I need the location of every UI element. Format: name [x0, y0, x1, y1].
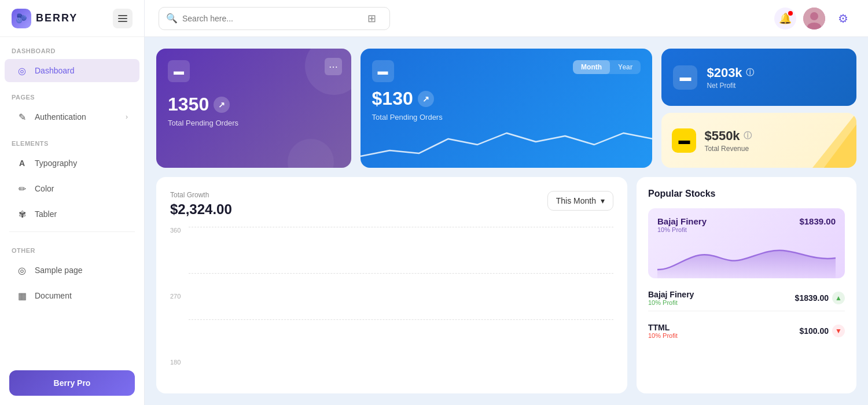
header: 🔍 ⊞ 🔔 ⚙: [145, 0, 868, 37]
sidebar-item-label: Authentication: [35, 112, 86, 122]
growth-label: Total Growth: [170, 191, 232, 199]
month-year-tabs: Month Year: [573, 60, 641, 74]
total-earning-value: $130 ↗: [372, 88, 641, 109]
tab-year[interactable]: Year: [610, 60, 641, 74]
avatar[interactable]: [803, 8, 825, 30]
sidebar-item-dashboard[interactable]: ◎ Dashboard: [5, 59, 139, 82]
featured-stock-name: Bajaj Finery: [657, 216, 707, 226]
sidebar-item-sample-page[interactable]: ◎ Sample page: [5, 259, 139, 282]
growth-info: Total Growth $2,324.00: [170, 191, 232, 218]
stock-name-bajaj: Bajaj Finery: [648, 290, 694, 299]
net-profit-icon: ▬: [673, 65, 697, 90]
search-box[interactable]: 🔍 ⊞: [159, 7, 390, 30]
sidebar-footer: Berry Pro: [0, 361, 144, 405]
growth-header: Total Growth $2,324.00 This Month ▾: [170, 191, 613, 218]
chevron-down-icon: ▾: [601, 196, 605, 205]
sidebar-item-authentication[interactable]: ✎ Authentication ›: [5, 105, 139, 128]
menu-toggle-button[interactable]: [113, 9, 133, 28]
growth-card: Total Growth $2,324.00 This Month ▾ 360: [156, 177, 627, 393]
total-earning-label: Total Pending Orders: [372, 113, 641, 122]
notification-button[interactable]: 🔔: [774, 8, 796, 30]
color-icon: ✏: [16, 183, 28, 194]
card-icon-orders: ▬: [168, 60, 190, 82]
sidebar-item-label: Dashboard: [35, 66, 75, 75]
document-icon: ▦: [16, 290, 28, 301]
logo-icon: 🫐: [12, 9, 31, 28]
featured-stock-chart: [657, 238, 836, 278]
main-area: 🔍 ⊞ 🔔 ⚙ ▬ ⋯ 1350 ↗: [145, 0, 868, 405]
featured-stock-profit: 10% Profit: [657, 226, 707, 233]
stock-name-ttml: TTML: [648, 323, 678, 332]
card-icon-earning: ▬: [372, 60, 394, 82]
stock-list-item-ttml: TTML 10% Profit $100.00 ▼: [648, 318, 845, 344]
bottom-row: Total Growth $2,324.00 This Month ▾ 360: [156, 177, 856, 393]
sidebar-item-label: Sample page: [35, 266, 83, 275]
section-label-pages: Pages: [0, 83, 144, 104]
content-area: ▬ ⋯ 1350 ↗ Total Pending Orders ▬ Month …: [145, 37, 868, 405]
stock-profit-bajaj: 10% Profit: [648, 299, 694, 306]
pending-orders-value: 1350 ↗: [168, 94, 340, 115]
stock-price-ttml: $100.00: [799, 326, 829, 336]
section-label-dashboard: Dashboard: [0, 37, 144, 58]
sidebar-item-label: Document: [35, 291, 72, 300]
svg-point-1: [810, 12, 818, 20]
stocks-title: Popular Stocks: [648, 189, 845, 199]
auth-icon: ✎: [16, 111, 28, 123]
bar-chart: 360 270 180: [170, 227, 613, 380]
total-revenue-value: $550k ⓘ: [704, 128, 751, 143]
logo-emoji: 🫐: [16, 13, 27, 24]
avatar-image: [803, 8, 825, 30]
card-more-button[interactable]: ⋯: [325, 58, 342, 75]
featured-stock-card: Bajaj Finery 10% Profit $1839.00: [648, 208, 845, 278]
stock-profit-ttml: 10% Profit: [648, 332, 678, 339]
net-profit-card: ▬ $203k ⓘ Net Profit: [661, 49, 856, 106]
total-earning-card: ▬ Month Year $130 ↗ Total Pending Orders: [361, 49, 653, 168]
sidebar-item-typography[interactable]: A Typography: [5, 152, 139, 175]
right-cards-col: ▬ $203k ⓘ Net Profit ▬ $550k: [661, 49, 856, 168]
revenue-icon: ▬: [672, 128, 696, 153]
search-input[interactable]: [182, 14, 356, 23]
arrow-up-icon: ↗: [214, 97, 230, 113]
sidebar-item-color[interactable]: ✏ Color: [5, 177, 139, 200]
sidebar-item-tabler[interactable]: ✾ Tabler: [5, 203, 139, 226]
search-icon: 🔍: [166, 13, 178, 24]
featured-stock-value: $1839.00: [799, 216, 836, 226]
revenue-help-icon[interactable]: ⓘ: [744, 131, 752, 141]
filter-button[interactable]: ⊞: [361, 8, 382, 30]
growth-value: $2,324.00: [170, 201, 232, 218]
dashboard-icon: ◎: [16, 65, 28, 76]
chevron-right-icon: ›: [126, 113, 128, 121]
stock-trend-down-icon: ▼: [832, 325, 845, 337]
net-profit-value: $203k ⓘ: [707, 65, 845, 80]
total-revenue-card: ▬ $550k ⓘ Total Revenue: [661, 113, 856, 168]
section-label-elements: Elements: [0, 130, 144, 150]
section-label-other: Other: [0, 237, 144, 257]
settings-button[interactable]: ⚙: [832, 8, 854, 30]
sidebar-item-label: Color: [35, 184, 54, 193]
card-blue-top: ▬ Month Year: [372, 60, 641, 82]
logo-text: BERRY: [36, 12, 78, 24]
tab-month[interactable]: Month: [573, 60, 610, 74]
net-profit-help-icon[interactable]: ⓘ: [746, 68, 754, 78]
total-revenue-label: Total Revenue: [704, 145, 751, 153]
revenue-info: $550k ⓘ Total Revenue: [704, 128, 751, 153]
yellow-triangle-decoration: [810, 113, 856, 168]
net-profit-label: Net Profit: [707, 82, 845, 90]
month-selector[interactable]: This Month ▾: [547, 191, 613, 211]
stocks-card: Popular Stocks Bajaj Finery 10% Profit $…: [637, 177, 856, 393]
arrow-up-icon-earning: ↗: [418, 91, 434, 107]
sidebar-item-label: Tabler: [35, 209, 57, 219]
pending-orders-card: ▬ ⋯ 1350 ↗ Total Pending Orders: [156, 49, 351, 168]
sample-icon: ◎: [16, 264, 28, 276]
pending-orders-label: Total Pending Orders: [168, 119, 340, 127]
stock-price-bajaj: $1839.00: [795, 293, 829, 303]
stock-trend-up-icon: ▲: [832, 292, 845, 304]
sidebar-item-document[interactable]: ▦ Document: [5, 284, 139, 307]
tabler-icon: ✾: [16, 208, 28, 220]
net-profit-info: $203k ⓘ Net Profit: [707, 65, 845, 90]
sidebar-divider: [9, 231, 135, 232]
berry-pro-button[interactable]: Berry Pro: [9, 370, 135, 396]
earning-chart: [361, 122, 653, 168]
featured-stock-header: Bajaj Finery 10% Profit $1839.00: [657, 216, 836, 233]
top-cards-row: ▬ ⋯ 1350 ↗ Total Pending Orders ▬ Month …: [156, 49, 856, 168]
